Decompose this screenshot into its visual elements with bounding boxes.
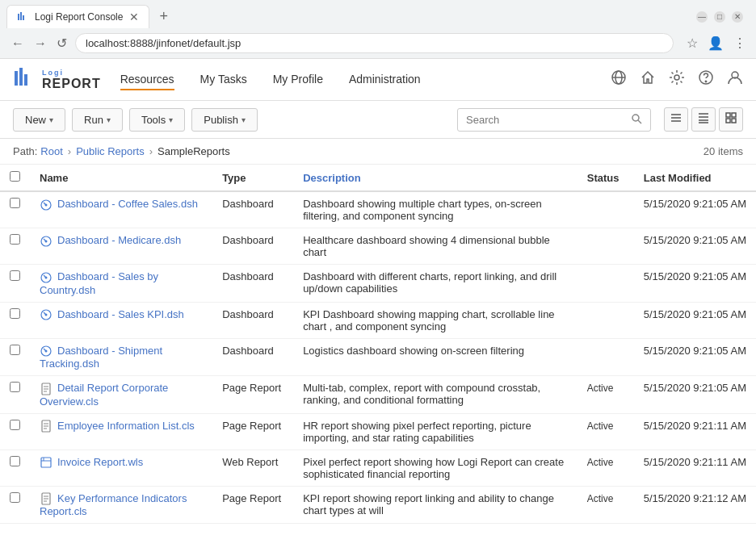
status-badge-5: Active: [587, 383, 614, 394]
nav-my-profile[interactable]: My Profile: [273, 69, 323, 90]
svg-rect-22: [726, 113, 730, 117]
close-button[interactable]: ✕: [732, 11, 743, 23]
publish-dropdown-arrow: ▾: [242, 115, 246, 124]
row-name-link-7[interactable]: Invoice Report.wls: [57, 456, 143, 468]
row-checkbox-cell: [0, 450, 30, 486]
toolbar: New ▾ Run ▾ Tools ▾ Publish ▾: [0, 101, 756, 139]
nav-my-tasks[interactable]: My Tasks: [200, 69, 247, 90]
menu-icon[interactable]: ⋮: [733, 36, 746, 51]
breadcrumb-root[interactable]: Root: [40, 145, 62, 157]
header-last-modified[interactable]: Last Modified: [634, 165, 756, 191]
row-name-link-5[interactable]: Detail Report Corporate Overview.cls: [40, 382, 168, 408]
tab-favicon: [17, 11, 28, 23]
row-checkbox-cell: [0, 338, 30, 376]
row-checkbox-1[interactable]: [10, 234, 20, 245]
breadcrumb: Path: Root › Public Reports › SampleRepo…: [0, 139, 756, 165]
file-icon-3: [40, 308, 52, 321]
row-name-cell: Invoice Report.wls: [30, 450, 212, 486]
address-icons: ☆ 👤 ⋮: [687, 36, 746, 51]
account-icon[interactable]: 👤: [708, 36, 724, 51]
breadcrumb-public-reports[interactable]: Public Reports: [76, 145, 145, 157]
row-name-link-3[interactable]: Dashboard - Sales KPI.dsh: [57, 308, 184, 320]
refresh-button[interactable]: ↺: [55, 34, 69, 52]
table-container: Name Type Description Status Last Modifi…: [0, 165, 756, 527]
row-checkbox-cell: [0, 302, 30, 338]
url-bar[interactable]: localhost:8888/jinfonet/default.jsp: [75, 33, 674, 53]
row-checkbox-6[interactable]: [10, 420, 20, 430]
svg-point-13: [632, 115, 639, 121]
run-button[interactable]: Run ▾: [72, 108, 123, 132]
bookmark-icon[interactable]: ☆: [687, 36, 698, 51]
row-checkbox-5[interactable]: [10, 382, 20, 392]
status-badge-6: Active: [587, 420, 614, 432]
search-box[interactable]: [457, 108, 651, 132]
grid-view-button[interactable]: [719, 107, 743, 132]
row-name-cell: Dashboard - Coffee Sales.dsh: [30, 191, 212, 228]
file-icon-5: [40, 383, 52, 395]
maximize-button[interactable]: □: [714, 11, 725, 23]
row-checkbox-cell: [0, 228, 30, 265]
list-view-button[interactable]: [664, 107, 688, 132]
row-checkbox-8[interactable]: [10, 492, 20, 503]
new-button[interactable]: New ▾: [13, 108, 65, 132]
tab-close-button[interactable]: ✕: [129, 10, 139, 23]
row-name-cell: List of Customer Contact Cards.cls: [30, 524, 212, 527]
search-input[interactable]: [466, 114, 624, 126]
svg-point-35: [45, 350, 48, 353]
table-row: Dashboard - Sales by Country.dsh Dashboa…: [0, 265, 756, 303]
row-name-link-6[interactable]: Employee Information List.cls: [57, 420, 195, 432]
row-name-link-2[interactable]: Dashboard - Sales by Country.dsh: [40, 270, 158, 296]
tools-label: Tools: [141, 114, 166, 126]
back-button[interactable]: ←: [10, 35, 26, 52]
home-icon[interactable]: [640, 69, 656, 90]
row-type-cell: Page Report: [212, 486, 293, 524]
row-name-cell: Dashboard - Sales by Country.dsh: [30, 265, 212, 303]
table-row: Dashboard - Shipment Tracking.dsh Dashbo…: [0, 338, 756, 376]
header-status[interactable]: Status: [578, 165, 634, 191]
row-type-cell: Page Report: [212, 413, 293, 450]
item-count: 20 items: [704, 145, 743, 157]
row-date-cell: 5/15/2020 9:21:05 AM: [634, 376, 756, 414]
row-date-cell: 5/15/2020 9:21:05 AM: [634, 265, 756, 303]
detail-view-button[interactable]: [691, 107, 716, 132]
row-checkbox-0[interactable]: [10, 198, 20, 208]
nav-administration[interactable]: Administration: [349, 69, 421, 90]
row-name-cell: Employee Information List.cls: [30, 413, 212, 450]
row-name-link-1[interactable]: Dashboard - Medicare.dsh: [57, 234, 181, 246]
row-name-link-0[interactable]: Dashboard - Coffee Sales.dsh: [57, 198, 198, 210]
settings-icon[interactable]: [669, 69, 685, 90]
row-checkbox-3[interactable]: [10, 308, 20, 319]
row-name-link-4[interactable]: Dashboard - Shipment Tracking.dsh: [40, 345, 162, 370]
row-name-link-8[interactable]: Key Performance Indicators Report.cls: [40, 492, 187, 518]
row-status-cell: [578, 265, 634, 303]
svg-line-14: [638, 120, 641, 123]
tools-button[interactable]: Tools ▾: [129, 108, 185, 132]
minimize-button[interactable]: —: [696, 11, 708, 23]
row-checkbox-4[interactable]: [10, 345, 20, 355]
header-type[interactable]: Type: [212, 165, 293, 191]
file-icon-4: [40, 345, 52, 358]
select-all-checkbox[interactable]: [10, 171, 20, 182]
help-icon[interactable]: [698, 69, 714, 90]
forward-button[interactable]: →: [32, 35, 48, 52]
browser-chrome: Logi Report Console ✕ + — □ ✕ ← → ↺ loca…: [0, 0, 756, 59]
breadcrumb-current: SampleReports: [158, 145, 230, 157]
nav-resources[interactable]: Resources: [120, 69, 174, 90]
browser-tab[interactable]: Logi Report Console ✕: [6, 5, 149, 28]
row-checkbox-7[interactable]: [10, 456, 20, 466]
row-checkbox-cell: [0, 191, 30, 228]
new-tab-button[interactable]: +: [153, 6, 174, 27]
publish-label: Publish: [204, 114, 238, 126]
row-checkbox-2[interactable]: [10, 270, 20, 281]
header-name[interactable]: Name: [30, 165, 212, 191]
svg-rect-44: [41, 458, 51, 467]
publish-button[interactable]: Publish ▾: [191, 108, 258, 132]
header-description[interactable]: Description: [293, 165, 578, 191]
file-icon-1: [40, 235, 52, 248]
svg-rect-3: [15, 71, 18, 86]
file-icon-6: [40, 420, 52, 433]
globe-icon[interactable]: [611, 69, 627, 90]
row-checkbox-cell: [0, 524, 30, 527]
row-status-cell: [578, 302, 634, 338]
user-icon[interactable]: [727, 69, 743, 90]
